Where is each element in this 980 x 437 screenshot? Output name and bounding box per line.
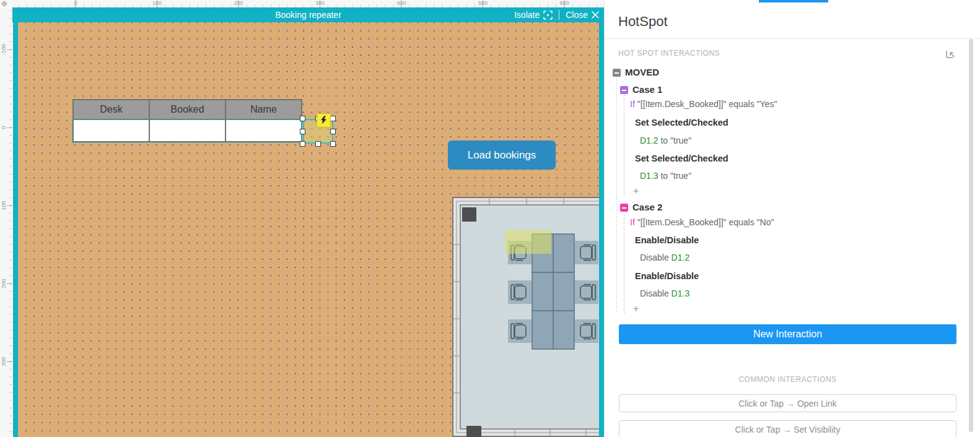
case-2-condition[interactable]: If"[[Item.Desk_Booked]]" equals "No" [630,217,774,227]
action-prefix: Disable [640,288,672,298]
ruler-number: 300 [315,0,325,6]
table-cell-name[interactable] [225,119,302,142]
x-icon [592,11,599,19]
common-interactions-header: COMMON INTERACTIONS [619,375,956,384]
action-suffix: to "true" [658,171,692,181]
ruler-number: 100 [152,0,162,6]
table-header-row: Desk Booked Name [72,99,302,120]
selection-handle[interactable] [300,116,305,121]
axure-isolation-view: 0100200300400500600 -1000100200300 Booki… [0,0,980,437]
collapse-minus-icon[interactable] [620,86,628,94]
ruler-number: 400 [396,0,406,6]
table-body-row [72,120,302,142]
condition-text: "[[Item.Desk_Booked]]" equals "Yes" [637,99,777,109]
if-keyword: If [630,99,635,109]
table-header-booked[interactable]: Booked [149,99,226,120]
add-action-button[interactable]: + [633,186,639,197]
ruler-number: 600 [559,0,569,6]
selection-handle[interactable] [300,129,305,134]
panel-title: HotSpot [618,14,668,30]
ruler-number: 500 [478,0,488,6]
action-title[interactable]: Set Selected/Checked [635,154,728,163]
case-label: Case 1 [632,84,662,95]
case-1-condition[interactable]: If"[[Item.Desk_Booked]]" equals "Yes" [630,99,777,109]
ruler-number: 200 [1,279,7,288]
floor-plan-image[interactable] [451,195,599,437]
action-title[interactable]: Enable/Disable [635,235,699,245]
action-target: D1.2 [640,136,658,145]
horizontal-ruler[interactable]: 0100200300400500600 [12,0,604,7]
table-header-desk[interactable]: Desk [72,99,150,120]
ruler-number: 200 [234,0,243,6]
common-set-visibility-button[interactable]: Click or Tap → Set Visibility [619,420,956,437]
if-keyword: If [630,217,635,227]
close-button[interactable]: Close [566,10,599,20]
action-prefix: Disable [640,253,672,262]
close-button-label: Close [566,10,588,20]
tree-guide-line [624,95,624,196]
collapse-minus-icon[interactable] [613,69,621,77]
collapse-minus-icon[interactable] [620,204,628,212]
action-suffix: to "true" [658,136,692,145]
event-label: MOVED [625,67,659,77]
ruler-number: 300 [1,357,7,366]
lightning-bolt-icon [320,116,328,125]
interactions-panel: HotSpot HOT SPOT INTERACTIONS MOVED Case… [604,0,980,437]
tree-guide-line [616,78,617,313]
active-tab-indicator [759,0,828,2]
case-label: Case 2 [632,202,662,212]
add-action-button[interactable]: + [633,303,639,314]
ruler-number: -100 [1,44,7,55]
selection-handle[interactable] [315,141,321,147]
selection-handle[interactable] [300,141,305,147]
tree-guide-line [624,215,624,313]
case-1-header[interactable]: Case 1 [620,84,662,95]
action-detail[interactable]: D1.3 to "true" [640,171,691,181]
selection-handle[interactable] [330,116,336,121]
isolation-border-left [13,22,18,437]
isolation-header: Booking repeater Isolate Close [12,7,604,22]
ruler-number: 0 [1,126,7,129]
ruler-number: 100 [1,201,7,210]
vertical-ruler[interactable]: -1000100200300 [0,7,12,437]
action-target: D1.2 [672,253,690,262]
action-title[interactable]: Set Selected/Checked [635,118,728,128]
event-row-moved[interactable]: MOVED [613,67,659,77]
action-target: D1.3 [672,288,690,298]
condition-text: "[[Item.Desk_Booked]]" equals "No" [637,217,774,227]
ruler-corner [0,0,12,7]
case-2-header[interactable]: Case 2 [620,202,662,212]
action-detail[interactable]: D1.2 to "true" [640,136,691,145]
interaction-badge [317,113,331,128]
panel-scrollbar[interactable] [969,39,973,432]
selection-handle[interactable] [330,141,336,147]
common-open-link-button[interactable]: Click or Tap → Open Link [619,394,956,412]
action-target: D1.3 [640,171,658,181]
isolation-border-right [599,22,604,437]
panel-divider [605,38,980,39]
load-bookings-button[interactable]: Load bookings [448,141,556,170]
action-title[interactable]: Enable/Disable [635,271,699,281]
table-header-name[interactable]: Name [225,99,302,120]
table-cell-desk[interactable] [72,119,150,142]
table-cell-booked[interactable] [149,119,226,142]
frame-focus-icon [543,11,553,20]
isolate-button-label: Isolate [514,10,540,20]
box-arrow-select-icon[interactable] [945,47,957,59]
ruler-origin-icon [1,1,7,7]
header-divider [559,10,559,20]
new-interaction-button[interactable]: New Interaction [619,324,956,344]
repeater-table: Desk Booked Name [72,99,302,142]
isolate-button[interactable]: Isolate [514,10,553,20]
section-header: HOT SPOT INTERACTIONS [618,49,720,58]
selection-handle[interactable] [330,129,336,134]
action-detail[interactable]: Disable D1.2 [640,253,689,262]
ruler-number: 0 [74,0,77,6]
action-detail[interactable]: Disable D1.3 [640,288,689,298]
